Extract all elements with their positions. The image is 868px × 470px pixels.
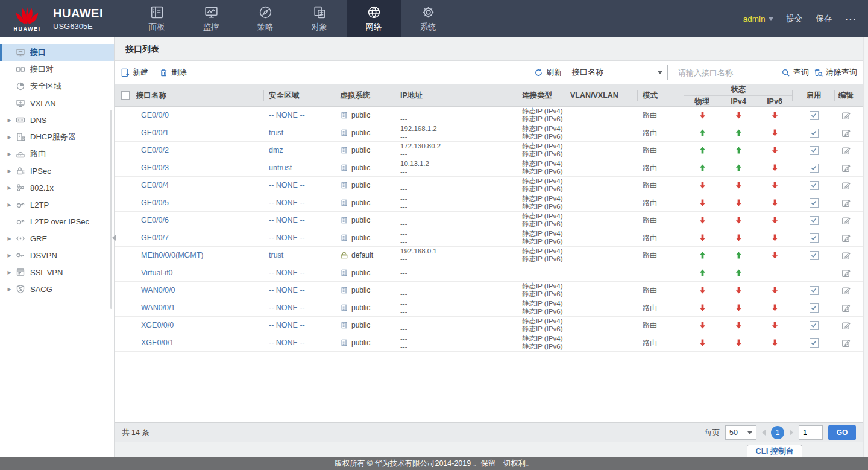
edit-button[interactable] bbox=[841, 164, 851, 173]
interface-name-link[interactable]: GE0/0/0 bbox=[141, 111, 169, 119]
next-page-button[interactable] bbox=[790, 430, 793, 436]
nav-tab-monitor[interactable]: 监控 bbox=[184, 0, 238, 37]
sidebar-scrollbar[interactable] bbox=[110, 110, 112, 309]
enable-checkbox[interactable] bbox=[810, 303, 819, 313]
edit-button[interactable] bbox=[841, 216, 851, 225]
edit-button[interactable] bbox=[841, 181, 851, 190]
edit-button[interactable] bbox=[841, 268, 851, 278]
edit-button[interactable] bbox=[841, 146, 851, 155]
sidebar-item-sacg[interactable]: ▶SACG bbox=[0, 281, 114, 297]
enable-checkbox[interactable] bbox=[810, 321, 819, 330]
security-zone-link[interactable]: -- NONE -- bbox=[269, 321, 305, 329]
interface-name-link[interactable]: GE0/0/1 bbox=[141, 129, 169, 137]
interface-name-link[interactable]: Virtual-if0 bbox=[141, 268, 173, 277]
enable-checkbox[interactable] bbox=[810, 233, 819, 243]
interface-name-link[interactable]: WAN0/0/1 bbox=[141, 303, 175, 312]
nav-tab-policy[interactable]: 策略 bbox=[238, 0, 292, 37]
security-zone-link[interactable]: untrust bbox=[269, 164, 292, 172]
prev-page-button[interactable] bbox=[762, 430, 766, 436]
sidebar-item-dot1x[interactable]: ▶802.1x bbox=[0, 179, 114, 196]
enable-checkbox[interactable] bbox=[810, 198, 819, 208]
edit-button[interactable] bbox=[841, 198, 851, 208]
nav-tab-system[interactable]: 系统 bbox=[401, 0, 455, 37]
edit-button[interactable] bbox=[841, 251, 851, 260]
sidebar-item-gre[interactable]: ▶GRE bbox=[0, 230, 114, 247]
cli-console-button[interactable]: CLI 控制台 bbox=[747, 445, 802, 457]
security-zone-link[interactable]: -- NONE -- bbox=[269, 198, 305, 207]
sidebar-collapse-handle[interactable] bbox=[112, 235, 116, 241]
security-zone-cell: -- NONE -- bbox=[264, 268, 335, 277]
query-button[interactable]: 查询 bbox=[781, 67, 809, 78]
delete-button[interactable]: 删除 bbox=[159, 67, 187, 78]
sidebar-item-ipsec[interactable]: ▶IPSec bbox=[0, 162, 114, 179]
enable-checkbox[interactable] bbox=[810, 338, 819, 348]
enable-checkbox[interactable] bbox=[810, 251, 819, 260]
edit-button[interactable] bbox=[841, 111, 851, 120]
edit-button[interactable] bbox=[841, 321, 851, 330]
enable-checkbox[interactable] bbox=[810, 129, 819, 138]
sidebar-item-interface-pair[interactable]: 接口对 bbox=[0, 61, 114, 78]
edit-button[interactable] bbox=[841, 233, 851, 243]
edit-button[interactable] bbox=[841, 286, 851, 295]
nav-tab-network[interactable]: 网络 bbox=[347, 0, 401, 37]
enable-checkbox[interactable] bbox=[810, 164, 819, 173]
security-zone-link[interactable]: -- NONE -- bbox=[269, 338, 305, 347]
save-button[interactable]: 保存 bbox=[816, 13, 832, 24]
security-zone-link[interactable]: -- NONE -- bbox=[269, 216, 305, 224]
sidebar-item-l2tp[interactable]: ▶L2TP bbox=[0, 196, 114, 213]
per-page-select[interactable]: 50 bbox=[725, 425, 756, 440]
vertical-scrollbar[interactable] bbox=[863, 37, 868, 470]
enable-checkbox[interactable] bbox=[810, 181, 819, 190]
sidebar-item-l2tp-over-ipsec[interactable]: L2TP over IPSec bbox=[0, 213, 114, 230]
security-zone-link[interactable]: -- NONE -- bbox=[269, 303, 305, 312]
edit-button[interactable] bbox=[841, 303, 851, 313]
sidebar-item-route[interactable]: ▶路由 bbox=[0, 145, 114, 162]
nav-tab-object[interactable]: 对象 bbox=[292, 0, 347, 37]
edit-button[interactable] bbox=[841, 338, 851, 348]
more-menu-button[interactable]: ··· bbox=[846, 14, 858, 24]
current-page-badge[interactable]: 1 bbox=[771, 426, 784, 439]
search-input[interactable] bbox=[673, 65, 776, 80]
sidebar-item-ssl-vpn[interactable]: ▶SSL VPN bbox=[0, 264, 114, 281]
interface-name-link[interactable]: GE0/0/2 bbox=[141, 146, 169, 154]
enable-checkbox[interactable] bbox=[810, 216, 819, 225]
security-zone-link[interactable]: dmz bbox=[269, 146, 283, 154]
clear-query-button[interactable]: 清除查询 bbox=[814, 67, 857, 78]
sidebar-item-dsvpn[interactable]: ▶DSVPN bbox=[0, 247, 114, 264]
edit-button[interactable] bbox=[841, 129, 851, 138]
go-button[interactable]: GO bbox=[828, 425, 856, 440]
interface-name-link[interactable]: XGE0/0/1 bbox=[141, 338, 174, 347]
select-all-checkbox[interactable] bbox=[121, 91, 130, 100]
interface-name-link[interactable]: GE0/0/4 bbox=[141, 181, 169, 189]
security-zone-link[interactable]: -- NONE -- bbox=[269, 233, 305, 242]
sidebar-item-interface[interactable]: 接口 bbox=[0, 44, 114, 61]
security-zone-link[interactable]: trust bbox=[269, 129, 283, 137]
security-zone-link[interactable]: trust bbox=[269, 251, 283, 259]
security-zone-link[interactable]: -- NONE -- bbox=[269, 181, 305, 189]
interface-name-link[interactable]: GE0/0/3 bbox=[141, 164, 169, 172]
goto-page-input[interactable] bbox=[799, 425, 823, 440]
enable-checkbox[interactable] bbox=[810, 111, 819, 120]
security-zone-link[interactable]: -- NONE -- bbox=[269, 286, 305, 294]
filter-field-select[interactable]: 接口名称 bbox=[567, 65, 668, 80]
new-button[interactable]: 新建 bbox=[121, 67, 148, 78]
interface-name-link[interactable]: GE0/0/6 bbox=[141, 216, 169, 224]
interface-name-link[interactable]: GE0/0/7 bbox=[141, 233, 169, 242]
sidebar-item-dns[interactable]: ▶DNS bbox=[0, 112, 114, 129]
interface-name-link[interactable]: XGE0/0/0 bbox=[141, 321, 174, 329]
security-zone-link[interactable]: -- NONE -- bbox=[269, 268, 305, 277]
nav-tab-dashboard[interactable]: 面板 bbox=[130, 0, 184, 37]
interface-name-link[interactable]: GE0/0/5 bbox=[141, 198, 169, 207]
commit-button[interactable]: 提交 bbox=[787, 13, 803, 24]
sidebar-item-dhcp-server[interactable]: ▶DHCP服务器 bbox=[0, 129, 114, 145]
interface-name-link[interactable]: MEth0/0/0(MGMT) bbox=[141, 251, 204, 259]
enable-checkbox[interactable] bbox=[810, 286, 819, 295]
security-zone-link[interactable]: -- NONE -- bbox=[269, 111, 305, 119]
sidebar-item-vxlan[interactable]: VXLAN bbox=[0, 95, 114, 112]
user-menu[interactable]: admin bbox=[743, 14, 773, 24]
sidebar-item-security-zone[interactable]: 安全区域 bbox=[0, 78, 114, 95]
refresh-button[interactable]: 刷新 bbox=[534, 67, 562, 78]
ip-address-cell: ------ bbox=[395, 107, 517, 123]
interface-name-link[interactable]: WAN0/0/0 bbox=[141, 286, 175, 294]
enable-checkbox[interactable] bbox=[810, 146, 819, 155]
